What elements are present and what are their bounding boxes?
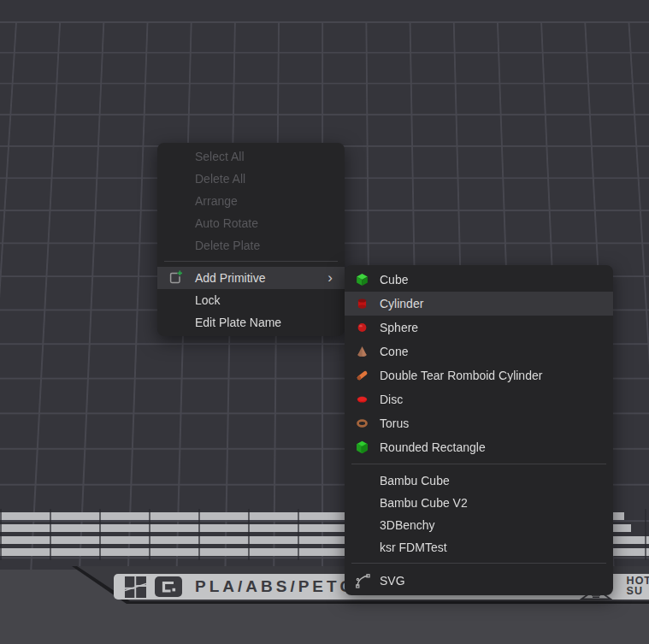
- menu-item-cone[interactable]: Cone: [345, 340, 613, 363]
- menu-item-double-tear-romboid-cylinder[interactable]: Double Tear Romboid Cylinder: [345, 363, 613, 387]
- menu-item-lock[interactable]: Lock: [157, 289, 345, 311]
- bambu-grid-logo-icon: [125, 576, 146, 598]
- menu-item-label: Select All: [195, 150, 245, 163]
- menu-item-label: Torus: [380, 417, 409, 430]
- menu-item-label: Double Tear Romboid Cylinder: [380, 369, 542, 382]
- menu-item-label: Edit Plate Name: [195, 316, 281, 329]
- menu-item-add-primitive[interactable]: Add Primitive›: [157, 267, 345, 289]
- menu-item-svg[interactable]: SVG: [345, 569, 613, 593]
- hot-surface-line2: SU: [627, 586, 649, 596]
- svg-path-icon: [355, 573, 371, 589]
- menu-item-disc[interactable]: Disc: [345, 387, 613, 411]
- plate-type-logo-icon: [154, 576, 183, 598]
- menu-item-arrange: Arrange: [157, 190, 345, 212]
- menu-item-cube[interactable]: Cube: [345, 268, 613, 292]
- menu-item-label: Cylinder: [380, 297, 423, 310]
- menu-item-torus[interactable]: Torus: [345, 411, 613, 435]
- menu-item-label: Bambu Cube: [380, 474, 450, 487]
- menu-item-label: Add Primitive: [195, 271, 265, 285]
- cylinder-icon: [355, 297, 369, 311]
- menu-separator: [164, 261, 338, 263]
- menu-item-label: 3DBenchy: [380, 518, 435, 532]
- menu-item-label: Disc: [380, 393, 403, 406]
- menu-separator: [351, 563, 606, 564]
- menu-item-label: Rounded Rectangle: [380, 440, 486, 454]
- add-primitive-submenu: Cube Cylinder Sphere Cone Double Tear Ro…: [345, 265, 613, 595]
- cube-icon: [355, 273, 369, 287]
- menu-item-rounded-rectangle[interactable]: Rounded Rectangle: [345, 435, 613, 459]
- menu-item-ksr-fdmtest[interactable]: ksr FDMTest: [345, 536, 613, 558]
- menu-item-sphere[interactable]: Sphere: [345, 316, 613, 340]
- viewport-3d: PLA/ABS/PETG HOT SU Select AllDelete All…: [0, 0, 649, 644]
- plate-context-menu: Select AllDelete AllArrangeAuto RotateDe…: [157, 143, 345, 336]
- hot-surface-warning-text: HOT SU: [627, 576, 649, 596]
- menu-item-label: Lock: [195, 293, 221, 307]
- menu-item-delete-all: Delete All: [157, 168, 345, 190]
- menu-item-label: Cube: [380, 273, 408, 287]
- menu-item-bambu-cube-v2[interactable]: Bambu Cube V2: [345, 492, 613, 514]
- chevron-right-icon: ›: [327, 270, 333, 285]
- menu-item-label: ksr FDMTest: [380, 541, 447, 554]
- menu-item-label: Delete All: [195, 172, 245, 186]
- menu-item-bambu-cube[interactable]: Bambu Cube: [345, 470, 613, 492]
- disc-icon: [355, 393, 369, 407]
- add-primitive-icon: [167, 269, 184, 287]
- menu-item-label: SVG: [380, 574, 405, 588]
- menu-item-auto-rotate: Auto Rotate: [157, 212, 345, 234]
- menu-item-label: Arrange: [195, 194, 238, 208]
- menu-item-cylinder[interactable]: Cylinder: [345, 292, 613, 316]
- menu-item-label: Auto Rotate: [195, 216, 258, 230]
- menu-item-3dbenchy[interactable]: 3DBenchy: [345, 514, 613, 536]
- menu-item-delete-plate: Delete Plate: [157, 234, 345, 257]
- cone-icon: [355, 345, 369, 359]
- double-tear-romboid-cylinder-icon: [355, 369, 369, 383]
- rounded-rectangle-icon: [355, 440, 369, 455]
- menu-item-label: Bambu Cube V2: [380, 496, 468, 510]
- menu-separator: [351, 464, 606, 465]
- menu-item-edit-plate-name[interactable]: Edit Plate Name: [157, 311, 345, 334]
- menu-item-label: Sphere: [380, 321, 418, 334]
- menu-item-select-all: Select All: [157, 145, 345, 168]
- torus-icon: [355, 417, 369, 431]
- menu-item-label: Delete Plate: [195, 239, 260, 252]
- menu-item-label: Cone: [380, 345, 408, 358]
- sphere-icon: [355, 321, 369, 335]
- plate-material-label: PLA/ABS/PETG: [195, 578, 356, 596]
